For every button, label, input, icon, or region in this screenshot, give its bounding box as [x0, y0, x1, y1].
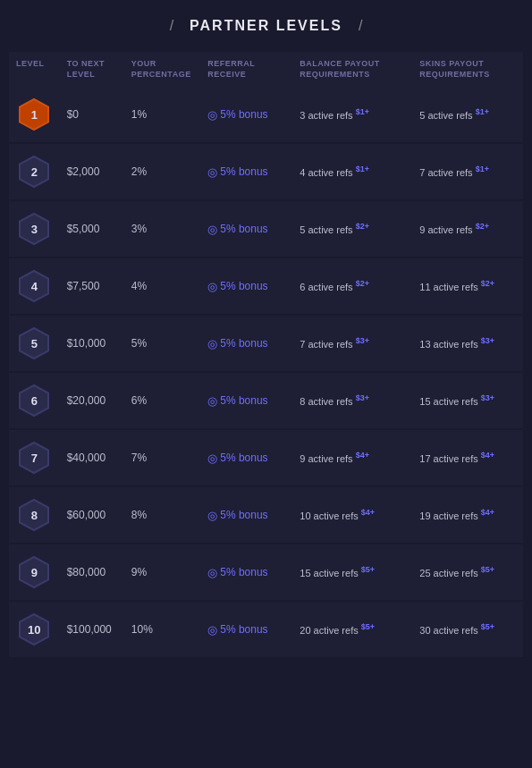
table-row: 1 $0 1% ◎ 5% bonus 3 active refs $1+ 5 a… — [9, 87, 523, 143]
level-cell: 5 — [9, 315, 60, 372]
bonus-value: 5% bonus — [220, 280, 267, 292]
header-to-next: TO NEXT LEVEL — [60, 52, 124, 87]
header-level: LEVEL — [9, 52, 60, 87]
bonus-value: 5% bonus — [220, 509, 267, 521]
header-skins-req: SKINS PAYOUT REQUIREMENTS — [412, 52, 523, 87]
skins-req-cell: 11 active refs $2+ — [412, 257, 523, 315]
title-section: / PARTNER LEVELS / — [9, 18, 523, 34]
balance-req-cell: 20 active refs $5+ — [292, 601, 412, 658]
balance-req-text: 4 active refs $1+ — [300, 167, 369, 178]
balance-req-sup: $2+ — [356, 222, 369, 231]
level-hexagon: 4 — [17, 269, 51, 303]
skins-req-cell: 13 active refs $3+ — [412, 315, 523, 372]
level-number: 5 — [31, 337, 38, 350]
table-row: 3 $5,000 3% ◎ 5% bonus 5 active refs $2+… — [9, 200, 523, 257]
percentage-cell: 1% — [124, 87, 200, 143]
balance-req-sup: $3+ — [356, 393, 369, 402]
balance-req-cell: 5 active refs $2+ — [292, 200, 412, 257]
skins-req-sup: $3+ — [481, 336, 494, 345]
skins-req-text: 9 active refs $2+ — [419, 224, 489, 235]
level-cell: 6 — [9, 372, 60, 429]
bonus-text: ◎ 5% bonus — [207, 623, 285, 637]
balance-req-sup: $1+ — [356, 107, 369, 116]
skins-req-text: 17 active refs $4+ — [419, 453, 494, 464]
bonus-value: 5% bonus — [220, 452, 267, 464]
balance-req-cell: 8 active refs $3+ — [292, 372, 412, 429]
referral-cell: ◎ 5% bonus — [200, 372, 292, 429]
skins-req-cell: 7 active refs $1+ — [412, 143, 523, 200]
to-next-cell: $60,000 — [60, 486, 124, 544]
balance-req-sup: $3+ — [356, 336, 369, 345]
bonus-value: 5% bonus — [220, 566, 267, 578]
skins-req-text: 7 active refs $1+ — [419, 167, 489, 178]
percentage-cell: 2% — [124, 143, 200, 200]
balance-req-text: 7 active refs $3+ — [300, 339, 369, 350]
level-hexagon: 2 — [17, 155, 51, 189]
level-hexagon: 1 — [17, 97, 51, 131]
skins-req-cell: 19 active refs $4+ — [412, 486, 523, 544]
bonus-text: ◎ 5% bonus — [207, 223, 285, 236]
level-hexagon: 7 — [17, 441, 51, 475]
bonus-text: ◎ 5% bonus — [207, 280, 285, 293]
page-container: / PARTNER LEVELS / LEVEL TO NEXT LEVEL Y… — [0, 0, 532, 677]
skins-req-sup: $5+ — [481, 622, 494, 631]
table-row: 5 $10,000 5% ◎ 5% bonus 7 active refs $3… — [9, 315, 523, 372]
skins-req-text: 25 active refs $5+ — [419, 568, 494, 578]
left-slash: / — [170, 18, 173, 34]
balance-req-text: 10 active refs $4+ — [300, 511, 375, 521]
level-number: 7 — [31, 452, 38, 465]
bonus-value: 5% bonus — [220, 108, 267, 121]
referral-cell: ◎ 5% bonus — [200, 315, 292, 372]
bonus-icon: ◎ — [207, 566, 217, 579]
percentage-cell: 7% — [124, 429, 200, 486]
bonus-value: 5% bonus — [220, 223, 267, 235]
table-row: 10 $100,000 10% ◎ 5% bonus 20 active ref… — [9, 601, 523, 658]
skins-req-sup: $4+ — [481, 508, 494, 517]
referral-cell: ◎ 5% bonus — [200, 143, 292, 200]
levels-table-container: LEVEL TO NEXT LEVEL YOUR PERCENTAGE REFE… — [9, 52, 523, 659]
table-row: 6 $20,000 6% ◎ 5% bonus 8 active refs $3… — [9, 372, 523, 429]
table-header-row: LEVEL TO NEXT LEVEL YOUR PERCENTAGE REFE… — [9, 52, 523, 87]
table-row: 7 $40,000 7% ◎ 5% bonus 9 active refs $4… — [9, 429, 523, 486]
level-hexagon: 10 — [17, 612, 51, 646]
bonus-text: ◎ 5% bonus — [207, 337, 285, 350]
skins-req-cell: 17 active refs $4+ — [412, 429, 523, 486]
percentage-cell: 3% — [124, 200, 200, 257]
balance-req-text: 20 active refs $5+ — [300, 625, 375, 636]
table-row: 8 $60,000 8% ◎ 5% bonus 10 active refs $… — [9, 486, 523, 544]
to-next-cell: $0 — [60, 87, 124, 143]
bonus-text: ◎ 5% bonus — [207, 452, 285, 465]
balance-req-text: 8 active refs $3+ — [300, 396, 369, 407]
percentage-cell: 6% — [124, 372, 200, 429]
balance-req-sup: $4+ — [356, 451, 369, 460]
percentage-cell: 10% — [124, 601, 200, 658]
skins-req-text: 30 active refs $5+ — [419, 625, 494, 636]
balance-req-sup: $5+ — [361, 565, 375, 574]
balance-req-cell: 7 active refs $3+ — [292, 315, 412, 372]
table-row: 9 $80,000 9% ◎ 5% bonus 15 active refs $… — [9, 544, 523, 601]
level-cell: 9 — [9, 544, 60, 601]
balance-req-text: 3 active refs $1+ — [300, 110, 369, 121]
percentage-cell: 9% — [124, 544, 200, 601]
table-row: 4 $7,500 4% ◎ 5% bonus 6 active refs $2+… — [9, 257, 523, 315]
level-cell: 3 — [9, 200, 60, 257]
balance-req-sup: $5+ — [361, 622, 375, 631]
level-hexagon: 8 — [17, 498, 51, 532]
level-cell: 1 — [9, 87, 60, 143]
skins-req-cell: 15 active refs $3+ — [412, 372, 523, 429]
bonus-icon: ◎ — [207, 394, 217, 408]
level-number: 2 — [31, 165, 38, 179]
to-next-cell: $2,000 — [60, 143, 124, 200]
skins-req-text: 5 active refs $1+ — [419, 110, 489, 121]
balance-req-cell: 6 active refs $2+ — [292, 257, 412, 315]
bonus-icon: ◎ — [207, 623, 217, 637]
percentage-cell: 5% — [124, 315, 200, 372]
bonus-value: 5% bonus — [220, 337, 267, 350]
to-next-cell: $7,500 — [60, 257, 124, 315]
percentage-cell: 8% — [124, 486, 200, 544]
level-cell: 10 — [9, 601, 60, 658]
level-cell: 2 — [9, 143, 60, 200]
level-number: 10 — [28, 623, 40, 637]
skins-req-sup: $4+ — [481, 451, 494, 460]
balance-req-cell: 15 active refs $5+ — [292, 544, 412, 601]
